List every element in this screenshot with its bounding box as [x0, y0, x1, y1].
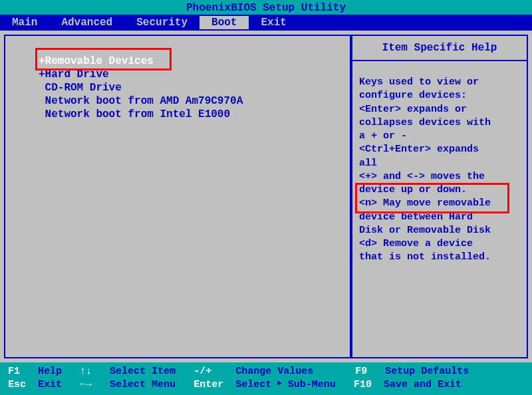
- key-esc: Esc: [8, 378, 26, 392]
- help-body: Keys used to view or configure devices: …: [352, 61, 527, 270]
- arrows-leftright-icon: ←→: [80, 378, 92, 392]
- boot-item-net-intel[interactable]: Network boot from Intel E1000: [39, 108, 343, 121]
- label-select-item: Select Item: [110, 365, 176, 378]
- help-line: Disk or Removable Disk: [359, 224, 521, 237]
- label-help: [20, 365, 38, 378]
- boot-list: +Removable Devices +Hard Drive CD-ROM Dr…: [12, 49, 343, 121]
- boot-item-cdrom[interactable]: CD-ROM Drive: [39, 81, 343, 94]
- help-line: collapses devices with: [359, 116, 521, 130]
- menu-main[interactable]: Main: [0, 16, 49, 29]
- label-save-exit: Save and Exit: [384, 378, 462, 392]
- help-line: that is not installed.: [359, 251, 521, 264]
- bios-screen: PhoenixBIOS Setup Utility Main Advanced …: [0, 0, 532, 395]
- boot-panel: +Removable Devices +Hard Drive CD-ROM Dr…: [4, 35, 351, 358]
- triangle-right-icon: ▶: [277, 378, 282, 392]
- help-line: <d> Remove a device: [359, 237, 521, 251]
- key-minus-plus: -/+: [194, 365, 211, 378]
- main-area: +Removable Devices +Hard Drive CD-ROM Dr…: [0, 31, 532, 362]
- menu-boot[interactable]: Boot: [200, 16, 249, 29]
- label-help-text: Help: [38, 365, 62, 378]
- label-exit: Exit: [38, 378, 62, 392]
- label-select-menu: Select Menu: [110, 378, 176, 392]
- help-line: a + or -: [359, 130, 521, 143]
- help-line: configure devices:: [359, 89, 521, 102]
- footer-row-1: F1 Help ↑↓ Select Item -/+ Change Values…: [8, 365, 524, 378]
- footer-row-2: Esc Exit ←→ Select Menu Enter Select ▶ S…: [8, 378, 524, 392]
- label-select: Select: [235, 378, 271, 392]
- label-submenu: Sub-Menu: [288, 378, 336, 392]
- help-line: <Ctrl+Enter> expands: [359, 143, 521, 156]
- label-setup-defaults: Setup Defaults: [385, 365, 469, 378]
- boot-item-net-amd[interactable]: Network boot from AMD Am79C970A: [39, 94, 343, 108]
- boot-item-hard-drive[interactable]: +Hard Drive: [39, 68, 343, 81]
- help-line: device up or down.: [359, 184, 521, 197]
- key-f10: F10: [354, 378, 372, 392]
- menu-security[interactable]: Security: [124, 16, 200, 29]
- help-title: Item Specific Help: [352, 36, 527, 61]
- boot-item-removable[interactable]: +Removable Devices: [39, 55, 162, 68]
- help-line: <+> and <-> moves the: [359, 170, 521, 184]
- help-line: device between Hard: [359, 211, 521, 224]
- app-title: PhoenixBIOS Setup Utility: [186, 2, 346, 14]
- menu-bar: Main Advanced Security Boot Exit: [0, 15, 532, 31]
- key-f9: F9: [355, 365, 367, 378]
- label-change-values: Change Values: [235, 365, 313, 378]
- footer-bar: F1 Help ↑↓ Select Item -/+ Change Values…: [0, 362, 532, 395]
- key-f1: F1: [8, 365, 20, 378]
- arrows-updown-icon: ↑↓: [80, 365, 92, 378]
- title-bar: PhoenixBIOS Setup Utility: [0, 0, 532, 15]
- help-line: all: [359, 157, 521, 170]
- key-enter: Enter: [194, 378, 223, 392]
- menu-exit[interactable]: Exit: [249, 16, 298, 29]
- help-line: <n> May move removable: [359, 197, 521, 210]
- help-panel: Item Specific Help Keys used to view or …: [351, 35, 528, 358]
- help-line: <Enter> expands or: [359, 103, 521, 116]
- help-line: Keys used to view or: [359, 76, 521, 89]
- menu-advanced[interactable]: Advanced: [49, 16, 124, 29]
